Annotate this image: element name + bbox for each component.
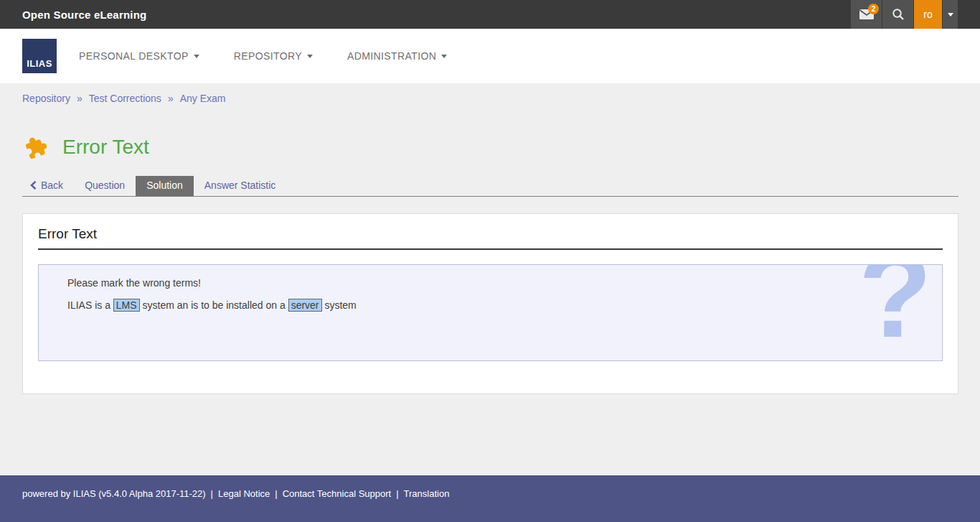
contact-support-link[interactable]: Contact Technical Support bbox=[283, 488, 392, 499]
nav-personal-desktop[interactable]: PERSONAL DESKTOP bbox=[79, 50, 199, 62]
nav-label: ADMINISTRATION bbox=[347, 50, 436, 62]
powered-by-link[interactable]: powered by ILIAS (v5.4.0 Alpha 2017-11-2… bbox=[22, 488, 206, 499]
content-area: Repository » Test Corrections » Any Exam… bbox=[0, 83, 980, 475]
main-header: ILIAS PERSONAL DESKTOP REPOSITORY ADMINI… bbox=[0, 29, 980, 83]
main-nav: PERSONAL DESKTOP REPOSITORY ADMINISTRATI… bbox=[79, 50, 447, 62]
footer-separator: | bbox=[275, 488, 277, 499]
mail-button[interactable]: 2 bbox=[851, 0, 882, 29]
question-text: ILIAS is a LMS system an is to be instal… bbox=[67, 297, 913, 313]
nav-label: PERSONAL DESKTOP bbox=[79, 50, 189, 62]
question-text-part: system an is to be installed on a bbox=[143, 299, 286, 311]
chevron-down-icon bbox=[441, 55, 447, 58]
question-text-part: ILIAS is a bbox=[67, 299, 110, 311]
tab-solution[interactable]: Solution bbox=[136, 176, 194, 196]
tab-label: Question bbox=[85, 180, 125, 191]
logo-text: ILIAS bbox=[27, 58, 52, 69]
breadcrumb-separator: » bbox=[77, 93, 83, 104]
chevron-down-icon bbox=[194, 55, 199, 58]
breadcrumb-separator: » bbox=[168, 93, 174, 104]
chevron-down-icon bbox=[307, 55, 313, 58]
user-avatar[interactable]: ro bbox=[914, 0, 943, 29]
question-instruction: Please mark the wrong terms! bbox=[67, 277, 913, 289]
search-icon bbox=[892, 8, 905, 21]
ilias-logo[interactable]: ILIAS bbox=[22, 39, 57, 73]
tab-label: Answer Statistic bbox=[204, 180, 276, 191]
chevron-down-icon bbox=[948, 13, 953, 17]
footer: powered by ILIAS (v5.4.0 Alpha 2017-11-2… bbox=[0, 475, 980, 522]
puzzle-piece-icon bbox=[22, 133, 51, 162]
page-title: Error Text bbox=[62, 136, 149, 159]
legal-notice-link[interactable]: Legal Notice bbox=[218, 488, 270, 499]
nav-repository[interactable]: REPOSITORY bbox=[234, 50, 313, 62]
tab-answer-statistic[interactable]: Answer Statistic bbox=[194, 176, 287, 196]
mail-badge: 2 bbox=[868, 4, 879, 14]
page-title-row: Error Text bbox=[22, 133, 980, 162]
app-title: Open Source eLearning bbox=[22, 9, 146, 21]
question-text-part: system bbox=[324, 299, 356, 311]
breadcrumb-test-corrections[interactable]: Test Corrections bbox=[89, 93, 161, 104]
breadcrumb-repository[interactable]: Repository bbox=[22, 93, 70, 104]
user-menu-button[interactable] bbox=[943, 0, 958, 29]
tab-label: Solution bbox=[146, 180, 183, 191]
search-button[interactable] bbox=[882, 0, 914, 29]
question-box: Please mark the wrong terms! ILIAS is a … bbox=[38, 264, 943, 361]
panel-heading: Error Text bbox=[38, 226, 943, 250]
marked-term: LMS bbox=[113, 299, 140, 312]
footer-separator: | bbox=[396, 488, 398, 499]
tab-bar: Back Question Solution Answer Statistic bbox=[22, 177, 958, 197]
breadcrumb-any-exam[interactable]: Any Exam bbox=[180, 93, 226, 104]
nav-label: REPOSITORY bbox=[234, 50, 302, 62]
tab-question[interactable]: Question bbox=[74, 176, 136, 196]
back-button[interactable]: Back bbox=[22, 176, 74, 196]
back-label: Back bbox=[41, 180, 63, 191]
topbar-actions: 2 ro bbox=[851, 0, 958, 29]
footer-separator: | bbox=[211, 488, 213, 499]
marked-term: server bbox=[288, 299, 322, 312]
translation-link[interactable]: Translation bbox=[404, 488, 450, 499]
nav-administration[interactable]: ADMINISTRATION bbox=[347, 50, 447, 62]
top-bar: Open Source eLearning 2 ro bbox=[0, 0, 980, 29]
chevron-left-icon bbox=[30, 181, 37, 190]
question-panel: Error Text Please mark the wrong terms! … bbox=[22, 213, 958, 394]
breadcrumb: Repository » Test Corrections » Any Exam bbox=[0, 83, 980, 104]
